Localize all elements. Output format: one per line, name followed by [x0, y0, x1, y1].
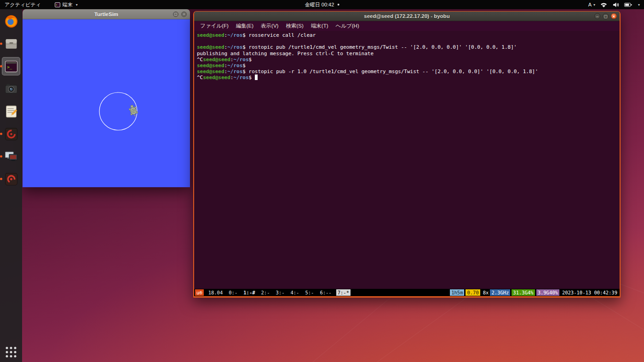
byobu-load-average: 0.70 [466, 289, 480, 296]
terminal-line [197, 38, 617, 44]
ros-app2-icon [4, 172, 19, 187]
dock-item-screenshot[interactable] [2, 80, 20, 98]
terminal-icon: >_ [4, 59, 19, 74]
terminal-line: seed@seed:~/ros$ [197, 63, 617, 69]
turtlesim-titlebar[interactable]: TurtleSim ▢ × [23, 9, 190, 19]
battery-icon [624, 2, 632, 7]
wifi-icon [600, 2, 607, 8]
menu-item[interactable]: 編集(E) [232, 22, 257, 30]
menu-item[interactable]: 端末(T) [307, 22, 332, 30]
screenshot-icon [4, 81, 19, 97]
turtlesim-title: TurtleSim [94, 11, 118, 17]
dock-items: >_ [0, 12, 22, 188]
byobu-release: 18.04 [207, 289, 224, 296]
remote-desktop-icon [4, 149, 19, 164]
chevron-down-icon: ▾ [76, 3, 78, 7]
notification-dot-icon [337, 4, 339, 6]
terminal-menubar: ファイル(F)編集(E)表示(V)検索(S)端末(T)ヘルプ(H) [194, 21, 620, 31]
volume-icon [612, 2, 619, 8]
maximize-button[interactable]: ▢ [173, 11, 178, 17]
byobu-window-5: 5:- [304, 289, 315, 296]
dock: >_ [0, 9, 22, 362]
running-indicator [0, 155, 2, 158]
byobu-window-7-current: 7:-* [336, 289, 351, 296]
terminal-window: seed@seed (172.22.17.20) - byobu – ▢ × フ… [193, 11, 621, 298]
byobu-datetime: 2023-10-13 00:42:39 [561, 289, 619, 296]
turtlesim-drawing [23, 19, 190, 187]
terminal-line: publishing and latching message. Press c… [197, 51, 617, 57]
running-indicator [0, 178, 2, 180]
byobu-window-list: u®18.040:-1:-#2:-3:-4:-5:-6:--7:-* [195, 289, 354, 296]
byobu-cpu-frequency: 2.3GHz [490, 289, 510, 296]
dock-item-firefox[interactable] [2, 12, 20, 30]
menu-item[interactable]: 表示(V) [257, 22, 282, 30]
show-applications-button[interactable] [6, 347, 17, 357]
running-indicator [0, 65, 2, 68]
dock-item-terminal[interactable]: >_ [2, 57, 20, 75]
close-button[interactable]: × [181, 11, 187, 17]
terminal-line: ^Cseed@seed:~/ros$ [197, 57, 617, 63]
text-cursor [255, 75, 258, 80]
activities-button[interactable]: アクティビティ [5, 1, 41, 8]
byobu-window-3: 3:- [275, 289, 286, 296]
byobu-swap: 3.9G40% [536, 289, 559, 296]
system-menu[interactable]: A ▾ ▾ [588, 0, 644, 9]
byobu-cpu-count: 8x [482, 289, 490, 296]
byobu-window-1: 1:-# [242, 289, 256, 296]
clock-label: 金曜日 00:42 [305, 1, 334, 8]
byobu-window-4: 4:- [289, 289, 300, 296]
terminal-line: seed@seed:~/ros$ rostopic pub /turtle1/c… [197, 44, 617, 50]
menu-item[interactable]: ヘルプ(H) [332, 22, 362, 30]
terminal-titlebar[interactable]: seed@seed (172.22.17.20) - byobu – ▢ × [194, 11, 620, 21]
chevron-down-icon: ▾ [593, 3, 595, 7]
dock-item-ros-app-2[interactable] [2, 170, 20, 188]
running-indicator [0, 133, 2, 135]
terminal-line: ^Cseed@seed:~/ros$ [197, 75, 617, 80]
terminal-app-icon [55, 2, 60, 7]
menu-item[interactable]: ファイル(F) [196, 22, 232, 30]
byobu-memory: 31.3G4% [512, 289, 535, 296]
terminal-line: seed@seed:~/ros$ rostopic pub -r 1.0 /tu… [197, 69, 617, 75]
dock-item-files[interactable] [2, 34, 20, 53]
input-method-indicator[interactable]: A ▾ [588, 2, 595, 7]
terminal-screen[interactable]: seed@seed:~/ros$ rosservice call /clear … [194, 31, 620, 289]
terminal-title: seed@seed (172.22.17.20) - byobu [364, 13, 449, 19]
byobu-uptime: 1h5m [450, 289, 464, 296]
maximize-button[interactable]: ▢ [603, 13, 609, 19]
desktop: アクティビティ 端末 ▾ 金曜日 00:42 A ▾ [0, 0, 644, 362]
text-editor-icon [4, 104, 19, 119]
files-icon [4, 36, 19, 52]
turtlesim-canvas [23, 19, 190, 187]
turtlesim-window: TurtleSim ▢ × [23, 9, 190, 187]
menu-item[interactable]: 検索(S) [282, 22, 307, 30]
svg-text:>_: >_ [7, 64, 12, 69]
app-menu[interactable]: 端末 ▾ [55, 1, 78, 8]
byobu-system-status: 1h5m0.708x2.3GHz31.3G4%3.9G40%2023-10-13… [448, 289, 619, 296]
dock-item-remote-desktop[interactable] [2, 147, 20, 166]
chevron-down-icon: ▾ [638, 3, 640, 7]
dock-item-ros-app[interactable] [2, 125, 20, 143]
minimize-button[interactable]: – [594, 13, 600, 19]
app-menu-label: 端末 [63, 1, 73, 8]
running-indicator [0, 43, 2, 45]
byobu-window-2: 2:- [260, 289, 271, 296]
byobu-ubuntu-logo: u® [195, 289, 204, 296]
input-method-label: A [588, 2, 592, 7]
byobu-window-0: 0:- [227, 289, 239, 296]
byobu-window-6: 6:-- [318, 289, 333, 296]
ros-app-icon [4, 126, 19, 142]
terminal-line: seed@seed:~/ros$ rosservice call /clear [197, 32, 617, 38]
top-bar: アクティビティ 端末 ▾ 金曜日 00:42 A ▾ [0, 0, 644, 9]
close-button[interactable]: × [611, 13, 617, 19]
clock-menu[interactable]: 金曜日 00:42 [305, 0, 339, 9]
firefox-icon [4, 14, 19, 29]
byobu-statusbar: u®18.040:-1:-#2:-3:-4:-5:-6:--7:-* 1h5m0… [194, 289, 620, 296]
dock-item-text-editor[interactable] [2, 102, 20, 121]
